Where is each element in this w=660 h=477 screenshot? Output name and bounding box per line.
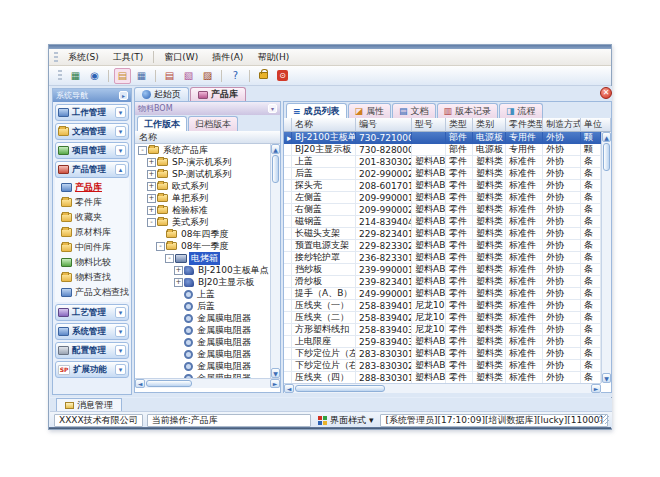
doc-close-button[interactable]: ▨ (199, 68, 216, 84)
detail-tab-成员列表[interactable]: ≡成员列表 (286, 103, 347, 118)
tree-item[interactable]: 金属膜电阻器 (135, 312, 270, 324)
column-header-零件类型[interactable]: 零件类型 (506, 118, 543, 132)
table-row[interactable]: 右侧盖209-990002-01E塑料ABS零件塑料类标准件外协条 (284, 204, 601, 216)
tree-item[interactable]: 上盖 (135, 288, 270, 300)
scroll-up-icon[interactable]: ▲ (271, 144, 280, 154)
sidebar-group-产品管理[interactable]: 产品管理▴ (55, 161, 129, 178)
sidebar-group-工作管理[interactable]: 工作管理▾ (55, 104, 129, 121)
resize-grip[interactable] (599, 414, 609, 424)
table-row[interactable]: 压线夹（四）288-830301-00E塑料ABS零件塑料类标准件外协条 (284, 372, 601, 383)
chevron-up-icon[interactable]: ▴ (115, 164, 126, 175)
sidebar-item-中间件库[interactable]: 中间件库 (55, 240, 129, 255)
tree-item[interactable]: +检验标准 (135, 204, 270, 216)
globe-button[interactable]: ◉ (86, 68, 103, 84)
scroll-up-icon[interactable]: ▲ (602, 132, 611, 142)
tree-item[interactable]: -08年一季度 (135, 240, 270, 252)
sidebar-group-扩展功能[interactable]: SP扩展功能▾ (55, 361, 129, 378)
help-button[interactable]: ? (227, 68, 244, 84)
close-tab-icon[interactable]: ✕ (600, 87, 612, 99)
table-row[interactable]: 磁钢盖214-839404-01E塑料ABS零件塑料类标准件外协条 (284, 216, 601, 228)
tree-item[interactable]: 金属膜电阻器 (135, 324, 270, 336)
column-header-型号[interactable]: 型号 (412, 118, 446, 132)
expand-icon[interactable]: + (147, 194, 156, 203)
table-row[interactable]: 左侧盖209-990001-01E塑料ABS零件塑料类标准件外协条 (284, 192, 601, 204)
sidebar-group-配置管理[interactable]: 配置管理▾ (55, 342, 129, 359)
column-header-类别[interactable]: 类别 (473, 118, 506, 132)
table-row[interactable]: 探头壳208-601701-01E塑料ABS零件塑料类标准件外协条 (284, 180, 601, 192)
sidebar-item-零件库[interactable]: 零件库 (55, 195, 129, 210)
detail-tab-文档[interactable]: ▤文档 (392, 103, 436, 118)
table-row[interactable]: 提手（A、B）249-990001-01E塑料ABS零件塑料类标准件外协条 (284, 288, 601, 300)
tree-vertical-scrollbar[interactable]: ▲ ▼ (270, 144, 280, 378)
tree-horizontal-scrollbar[interactable]: ◄ ► (135, 378, 280, 388)
message-manager-tab[interactable]: 消息管理 (56, 398, 122, 411)
table-row[interactable]: 上电限座259-839403-00E塑料ABS零件塑料类标准件外协条 (284, 336, 601, 348)
detail-tab-流程[interactable]: ◨流程 (499, 103, 543, 118)
interface-style-button[interactable]: 界面样式 ▾ (315, 414, 377, 427)
chevron-down-icon[interactable]: ▾ (115, 126, 126, 137)
detail-tab-属性[interactable]: ◪属性 (348, 103, 392, 118)
table-row[interactable]: 挡纱板239-990001-01E塑料ABS零件塑料类标准件外协条 (284, 264, 601, 276)
lock-button[interactable] (255, 68, 272, 84)
monitor-button[interactable]: ▦ (67, 68, 84, 84)
table-row[interactable]: 滑纱板239-823401-00E塑料ABS零件塑料类标准件外协条 (284, 276, 601, 288)
sidebar-item-收藏夹[interactable]: 收藏夹 (55, 210, 129, 225)
column-header-类型[interactable]: 类型 (446, 118, 473, 132)
column-header-制造方式[interactable]: 制造方式 (543, 118, 581, 132)
collapse-icon[interactable]: - (138, 146, 147, 155)
tree-item[interactable]: +SP-演示机系列 (135, 156, 270, 168)
scroll-thumb[interactable] (146, 380, 192, 387)
collapse-icon[interactable]: - (156, 242, 165, 251)
column-header-单位[interactable]: 单位 (581, 118, 611, 132)
tree-item[interactable]: 08年四季度 (135, 228, 270, 240)
scroll-right-icon[interactable]: ► (270, 379, 280, 388)
scroll-down-icon[interactable]: ▼ (271, 368, 280, 378)
expand-icon[interactable]: + (147, 170, 156, 179)
sidebar-group-项目管理[interactable]: 项目管理▾ (55, 142, 129, 159)
scroll-left-icon[interactable]: ◄ (284, 384, 294, 393)
chevron-down-icon[interactable]: ▾ (115, 107, 126, 118)
exit-button[interactable]: ⊙ (274, 68, 291, 84)
version-tab-归档版本[interactable]: 归档版本 (188, 116, 238, 131)
menu-item[interactable]: 工具(T) (106, 50, 151, 65)
scroll-down-icon[interactable]: ▼ (602, 373, 611, 383)
table-row[interactable]: 上盖201-830302-00E塑料ABS零件塑料类标准件外协条 (284, 156, 601, 168)
tree-column-header[interactable]: 名称 (135, 131, 280, 144)
chevron-down-icon[interactable]: ▾ (115, 307, 126, 318)
sidebar-group-系统管理[interactable]: 系统管理▾ (55, 323, 129, 340)
menu-item[interactable]: 系统(S) (61, 50, 106, 65)
menu-item[interactable]: 窗口(W) (157, 50, 205, 65)
tree-item[interactable]: +欧式系列 (135, 180, 270, 192)
table-row[interactable]: 方形塑料线扣258-839403-00E尼龙1010零件塑料类标准件外协条 (284, 324, 601, 336)
sidebar-item-产品库[interactable]: 产品库 (55, 180, 129, 195)
bom-pin-button[interactable]: ▾ (268, 104, 277, 113)
table-row[interactable]: 下纱定位片（右）283-830302-00E塑料ABS零件塑料类标准件外协条 (284, 360, 601, 372)
tree-item[interactable]: +SP-测试机系列 (135, 168, 270, 180)
detail-tab-版本记录[interactable]: ▥版本记录 (437, 103, 499, 118)
tree-item[interactable]: +BJ20主显示板 (135, 276, 270, 288)
expand-icon[interactable]: + (147, 158, 156, 167)
table-row[interactable]: 后盖202-990002-01E塑料ABS零件塑料类标准件外协条 (284, 168, 601, 180)
sidebar-item-原材料库[interactable]: 原材料库 (55, 225, 129, 240)
expand-icon[interactable]: + (147, 206, 156, 215)
tree-item[interactable]: 金属膜电阻器 (135, 336, 270, 348)
table-row[interactable]: 压线夹（二）258-839402-00E尼龙1010零件塑料类标准件外协条 (284, 312, 601, 324)
table-row[interactable]: ▸BJ-2100主板单点730-721000-12E部件电源板专用件外协颗 (284, 132, 601, 144)
sidebar-group-工艺管理[interactable]: 工艺管理▾ (55, 304, 129, 321)
chevron-down-icon[interactable]: ▾ (115, 145, 126, 156)
grid-button[interactable]: ▦ (133, 68, 150, 84)
tree-item[interactable]: -系统产品库 (135, 144, 270, 156)
folder-button[interactable]: ▤ (114, 68, 131, 84)
version-tab-工作版本[interactable]: 工作版本 (137, 116, 187, 131)
column-header-编号[interactable]: 编号 (356, 118, 412, 132)
tree-item[interactable]: 金属膜电阻器 (135, 372, 270, 378)
scroll-left-icon[interactable]: ◄ (135, 379, 145, 388)
menu-item[interactable]: 插件(A) (205, 50, 250, 65)
expand-icon[interactable]: + (174, 266, 183, 275)
scroll-thumb[interactable] (272, 155, 279, 183)
table-row[interactable]: BJ20主显示板730-828000-04E部件电源板专用件外协颗 (284, 144, 601, 156)
tree-item[interactable]: -电烤箱 (135, 252, 270, 264)
chevron-down-icon[interactable]: ▾ (115, 364, 126, 375)
tree-item[interactable]: +单把系列 (135, 192, 270, 204)
sidebar-pin-button[interactable]: ▸ (119, 91, 128, 100)
